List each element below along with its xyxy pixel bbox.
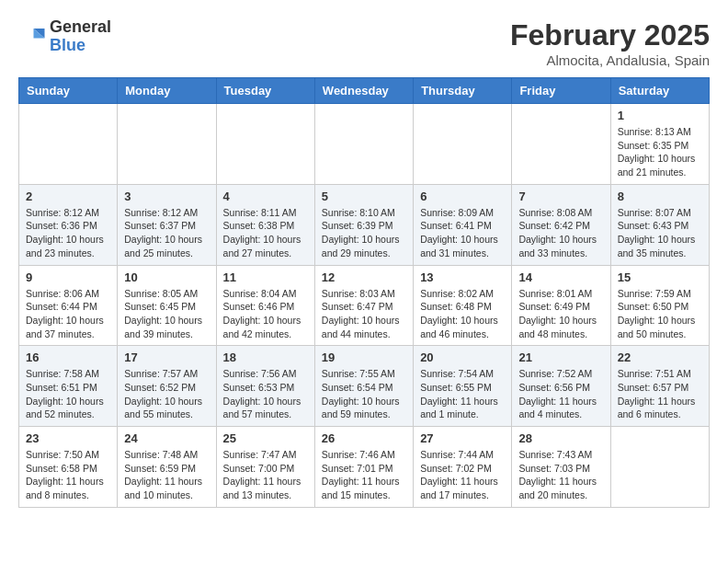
calendar-cell: 14Sunrise: 8:01 AM Sunset: 6:49 PM Dayli… bbox=[512, 265, 610, 346]
calendar-cell: 16Sunrise: 7:58 AM Sunset: 6:51 PM Dayli… bbox=[19, 346, 118, 427]
calendar-cell: 17Sunrise: 7:57 AM Sunset: 6:52 PM Dayli… bbox=[118, 346, 216, 427]
calendar-cell bbox=[314, 104, 413, 185]
day-number: 19 bbox=[322, 350, 406, 364]
calendar: SundayMondayTuesdayWednesdayThursdayFrid… bbox=[18, 77, 710, 508]
calendar-cell bbox=[118, 104, 216, 185]
day-number: 20 bbox=[420, 350, 505, 364]
day-number: 11 bbox=[223, 270, 308, 284]
day-number: 21 bbox=[518, 350, 603, 364]
day-number: 6 bbox=[420, 190, 505, 203]
day-number: 13 bbox=[420, 270, 505, 284]
day-number: 28 bbox=[518, 431, 603, 445]
calendar-cell bbox=[414, 104, 512, 185]
day-info: Sunrise: 8:12 AM Sunset: 6:36 PM Dayligh… bbox=[26, 206, 110, 260]
day-number: 2 bbox=[26, 190, 110, 203]
header-day-tuesday: Tuesday bbox=[216, 78, 314, 104]
day-info: Sunrise: 7:57 AM Sunset: 6:52 PM Dayligh… bbox=[124, 367, 209, 421]
day-info: Sunrise: 8:01 AM Sunset: 6:49 PM Dayligh… bbox=[518, 287, 603, 341]
month-title: February 2025 bbox=[510, 18, 710, 52]
logo: General Blue bbox=[18, 18, 111, 55]
day-number: 9 bbox=[26, 270, 110, 284]
calendar-cell bbox=[19, 104, 118, 185]
calendar-cell: 5Sunrise: 8:10 AM Sunset: 6:39 PM Daylig… bbox=[314, 184, 413, 265]
day-info: Sunrise: 8:09 AM Sunset: 6:41 PM Dayligh… bbox=[420, 206, 505, 260]
calendar-cell: 26Sunrise: 7:46 AM Sunset: 7:01 PM Dayli… bbox=[314, 427, 413, 508]
day-info: Sunrise: 8:08 AM Sunset: 6:42 PM Dayligh… bbox=[518, 206, 603, 260]
day-number: 27 bbox=[420, 431, 505, 445]
day-info: Sunrise: 7:43 AM Sunset: 7:03 PM Dayligh… bbox=[518, 448, 603, 502]
calendar-cell: 23Sunrise: 7:50 AM Sunset: 6:58 PM Dayli… bbox=[19, 427, 118, 508]
calendar-cell: 18Sunrise: 7:56 AM Sunset: 6:53 PM Dayli… bbox=[216, 346, 314, 427]
week-row-3: 9Sunrise: 8:06 AM Sunset: 6:44 PM Daylig… bbox=[19, 265, 710, 346]
calendar-cell: 13Sunrise: 8:02 AM Sunset: 6:48 PM Dayli… bbox=[414, 265, 512, 346]
day-number: 25 bbox=[223, 431, 308, 445]
day-info: Sunrise: 7:55 AM Sunset: 6:54 PM Dayligh… bbox=[322, 367, 406, 421]
calendar-cell: 19Sunrise: 7:55 AM Sunset: 6:54 PM Dayli… bbox=[314, 346, 413, 427]
page-header: General Blue February 2025 Almocita, And… bbox=[18, 18, 710, 68]
day-number: 17 bbox=[124, 350, 209, 364]
logo-blue: Blue bbox=[50, 37, 111, 55]
day-number: 3 bbox=[124, 190, 209, 203]
header-day-friday: Friday bbox=[512, 78, 610, 104]
day-number: 7 bbox=[518, 190, 603, 203]
day-number: 22 bbox=[618, 350, 702, 364]
day-number: 1 bbox=[618, 109, 702, 122]
day-info: Sunrise: 7:47 AM Sunset: 7:00 PM Dayligh… bbox=[223, 448, 308, 502]
day-info: Sunrise: 7:58 AM Sunset: 6:51 PM Dayligh… bbox=[26, 367, 110, 421]
logo-icon bbox=[18, 23, 46, 51]
calendar-cell: 4Sunrise: 8:11 AM Sunset: 6:38 PM Daylig… bbox=[216, 184, 314, 265]
day-info: Sunrise: 8:11 AM Sunset: 6:38 PM Dayligh… bbox=[223, 206, 308, 260]
day-info: Sunrise: 8:06 AM Sunset: 6:44 PM Dayligh… bbox=[26, 287, 110, 341]
day-number: 26 bbox=[322, 431, 406, 445]
day-info: Sunrise: 7:59 AM Sunset: 6:50 PM Dayligh… bbox=[618, 287, 702, 341]
header-day-wednesday: Wednesday bbox=[314, 78, 413, 104]
day-info: Sunrise: 7:48 AM Sunset: 6:59 PM Dayligh… bbox=[124, 448, 209, 502]
calendar-cell: 12Sunrise: 8:03 AM Sunset: 6:47 PM Dayli… bbox=[314, 265, 413, 346]
day-info: Sunrise: 8:03 AM Sunset: 6:47 PM Dayligh… bbox=[322, 287, 406, 341]
day-number: 14 bbox=[518, 270, 603, 284]
title-section: February 2025 Almocita, Andalusia, Spain bbox=[510, 18, 710, 68]
calendar-cell: 15Sunrise: 7:59 AM Sunset: 6:50 PM Dayli… bbox=[610, 265, 709, 346]
day-info: Sunrise: 8:13 AM Sunset: 6:35 PM Dayligh… bbox=[618, 125, 702, 179]
calendar-cell: 7Sunrise: 8:08 AM Sunset: 6:42 PM Daylig… bbox=[512, 184, 610, 265]
calendar-cell: 2Sunrise: 8:12 AM Sunset: 6:36 PM Daylig… bbox=[19, 184, 118, 265]
calendar-cell: 24Sunrise: 7:48 AM Sunset: 6:59 PM Dayli… bbox=[118, 427, 216, 508]
calendar-cell: 9Sunrise: 8:06 AM Sunset: 6:44 PM Daylig… bbox=[19, 265, 118, 346]
calendar-cell bbox=[512, 104, 610, 185]
day-info: Sunrise: 7:50 AM Sunset: 6:58 PM Dayligh… bbox=[26, 448, 110, 502]
day-info: Sunrise: 8:05 AM Sunset: 6:45 PM Dayligh… bbox=[124, 287, 209, 341]
day-info: Sunrise: 8:04 AM Sunset: 6:46 PM Dayligh… bbox=[223, 287, 308, 341]
calendar-cell: 3Sunrise: 8:12 AM Sunset: 6:37 PM Daylig… bbox=[118, 184, 216, 265]
calendar-cell: 6Sunrise: 8:09 AM Sunset: 6:41 PM Daylig… bbox=[414, 184, 512, 265]
calendar-cell: 28Sunrise: 7:43 AM Sunset: 7:03 PM Dayli… bbox=[512, 427, 610, 508]
day-info: Sunrise: 7:44 AM Sunset: 7:02 PM Dayligh… bbox=[420, 448, 505, 502]
day-info: Sunrise: 7:56 AM Sunset: 6:53 PM Dayligh… bbox=[223, 367, 308, 421]
calendar-cell: 20Sunrise: 7:54 AM Sunset: 6:55 PM Dayli… bbox=[414, 346, 512, 427]
day-info: Sunrise: 8:07 AM Sunset: 6:43 PM Dayligh… bbox=[618, 206, 702, 260]
logo-general: General bbox=[50, 18, 111, 37]
calendar-cell: 8Sunrise: 8:07 AM Sunset: 6:43 PM Daylig… bbox=[610, 184, 709, 265]
header-day-thursday: Thursday bbox=[414, 78, 512, 104]
week-row-5: 23Sunrise: 7:50 AM Sunset: 6:58 PM Dayli… bbox=[19, 427, 710, 508]
calendar-cell: 27Sunrise: 7:44 AM Sunset: 7:02 PM Dayli… bbox=[414, 427, 512, 508]
week-row-1: 1Sunrise: 8:13 AM Sunset: 6:35 PM Daylig… bbox=[19, 104, 710, 185]
calendar-cell: 21Sunrise: 7:52 AM Sunset: 6:56 PM Dayli… bbox=[512, 346, 610, 427]
location: Almocita, Andalusia, Spain bbox=[510, 52, 710, 68]
calendar-cell: 10Sunrise: 8:05 AM Sunset: 6:45 PM Dayli… bbox=[118, 265, 216, 346]
calendar-cell: 11Sunrise: 8:04 AM Sunset: 6:46 PM Dayli… bbox=[216, 265, 314, 346]
day-number: 8 bbox=[618, 190, 702, 203]
day-info: Sunrise: 7:54 AM Sunset: 6:55 PM Dayligh… bbox=[420, 367, 505, 421]
week-row-2: 2Sunrise: 8:12 AM Sunset: 6:36 PM Daylig… bbox=[19, 184, 710, 265]
calendar-cell bbox=[610, 427, 709, 508]
day-number: 5 bbox=[322, 190, 406, 203]
day-info: Sunrise: 7:52 AM Sunset: 6:56 PM Dayligh… bbox=[518, 367, 603, 421]
day-number: 23 bbox=[26, 431, 110, 445]
calendar-cell: 22Sunrise: 7:51 AM Sunset: 6:57 PM Dayli… bbox=[610, 346, 709, 427]
header-row: SundayMondayTuesdayWednesdayThursdayFrid… bbox=[19, 78, 710, 104]
day-number: 12 bbox=[322, 270, 406, 284]
header-day-sunday: Sunday bbox=[19, 78, 118, 104]
header-day-monday: Monday bbox=[118, 78, 216, 104]
calendar-cell: 1Sunrise: 8:13 AM Sunset: 6:35 PM Daylig… bbox=[610, 104, 709, 185]
calendar-cell bbox=[216, 104, 314, 185]
day-number: 4 bbox=[223, 190, 308, 203]
